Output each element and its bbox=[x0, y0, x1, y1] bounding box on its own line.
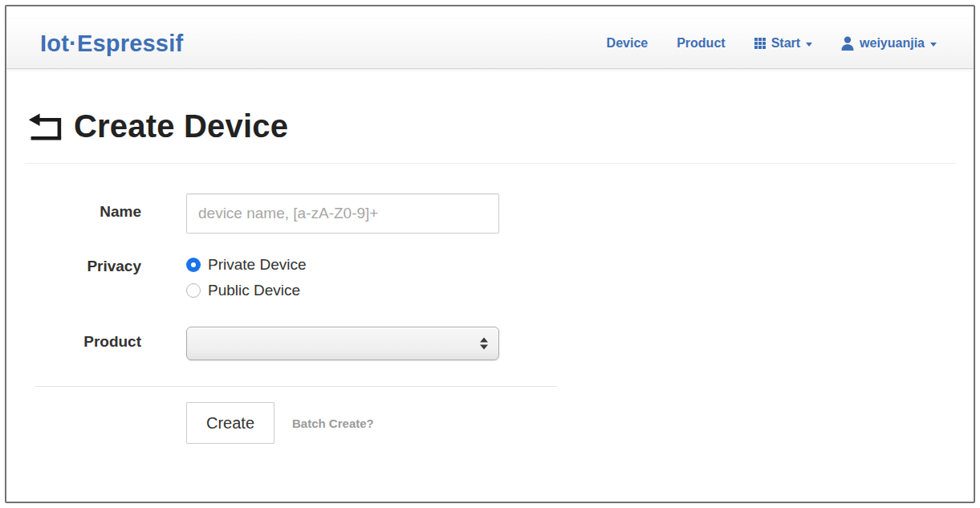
select-arrows-icon bbox=[480, 338, 488, 350]
form-actions: Create Batch Create? bbox=[6, 402, 974, 444]
app-window: Iot·Espressif Device Product Start weiyu… bbox=[5, 5, 975, 503]
header-divider bbox=[26, 163, 956, 164]
product-select[interactable] bbox=[186, 327, 499, 360]
nav-item-label: Product bbox=[677, 36, 725, 51]
name-row: Name bbox=[6, 193, 974, 234]
nav-item-label: Device bbox=[607, 36, 649, 51]
radio-private-device[interactable]: Private Device bbox=[186, 256, 307, 274]
radio-label: Private Device bbox=[208, 256, 307, 274]
create-button[interactable]: Create bbox=[186, 402, 274, 444]
create-device-form: Name Privacy Private Device Public Devic… bbox=[6, 193, 974, 444]
page-header: Create Device bbox=[6, 108, 974, 144]
product-label: Product bbox=[6, 327, 141, 360]
privacy-row: Privacy Private Device Public Device bbox=[6, 256, 974, 307]
caret-down-icon bbox=[806, 43, 812, 47]
user-icon bbox=[841, 36, 854, 51]
nav-item-label: Start bbox=[771, 36, 800, 51]
radio-selected-icon[interactable] bbox=[186, 258, 201, 272]
radio-label: Public Device bbox=[208, 282, 300, 299]
navbar-menu: Device Product Start weiyuanjia bbox=[607, 36, 937, 51]
form-actions-divider bbox=[35, 386, 557, 387]
nav-item-label: weiyuanjia bbox=[860, 36, 925, 51]
product-row: Product bbox=[6, 327, 974, 360]
grid-icon bbox=[754, 38, 766, 49]
device-name-input[interactable] bbox=[186, 193, 499, 234]
radio-unselected-icon[interactable] bbox=[186, 283, 201, 298]
nav-item-start-dropdown[interactable]: Start bbox=[754, 36, 812, 51]
batch-create-link[interactable]: Batch Create? bbox=[292, 417, 374, 430]
radio-public-device[interactable]: Public Device bbox=[186, 282, 307, 299]
brand-logo[interactable]: Iot·Espressif bbox=[40, 30, 183, 57]
navbar: Iot·Espressif Device Product Start weiyu… bbox=[6, 18, 974, 69]
name-label: Name bbox=[6, 193, 141, 234]
back-arrow-icon[interactable] bbox=[27, 112, 63, 142]
nav-item-user-dropdown[interactable]: weiyuanjia bbox=[841, 36, 937, 51]
privacy-label: Privacy bbox=[6, 256, 141, 307]
caret-down-icon bbox=[930, 43, 937, 47]
nav-item-product[interactable]: Product bbox=[677, 36, 725, 51]
nav-item-device[interactable]: Device bbox=[607, 36, 649, 51]
page-title: Create Device bbox=[74, 108, 288, 144]
